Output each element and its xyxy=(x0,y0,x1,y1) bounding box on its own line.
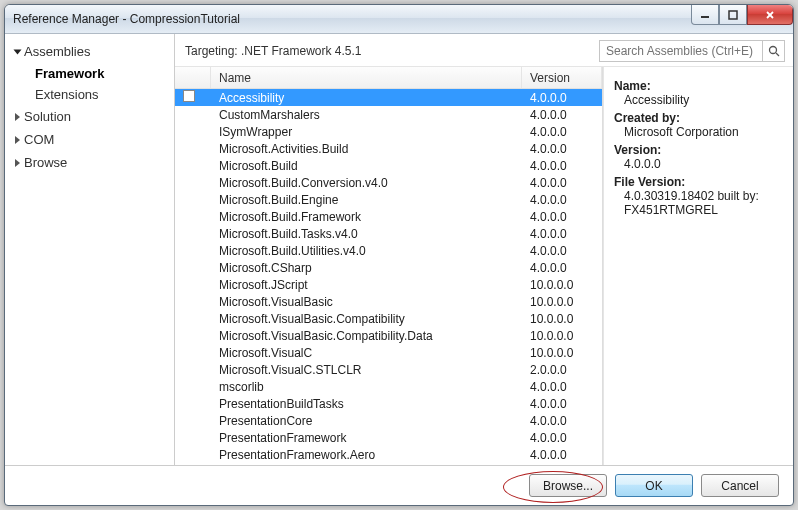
chevron-icon xyxy=(15,136,20,144)
row-name: Microsoft.VisualC.STLCLR xyxy=(211,363,522,377)
footer: Browse... OK Cancel xyxy=(5,465,793,505)
assembly-row[interactable]: Microsoft.Build.Framework4.0.0.0 xyxy=(175,208,602,225)
row-version: 4.0.0.0 xyxy=(522,125,602,139)
assembly-row[interactable]: Microsoft.Build.Utilities.v4.04.0.0.0 xyxy=(175,242,602,259)
list-detail-split: Name Version Accessibility4.0.0.0CustomM… xyxy=(175,67,793,465)
sidebar-section-assemblies[interactable]: Assemblies xyxy=(5,40,174,63)
chevron-icon xyxy=(14,49,22,54)
row-name: CustomMarshalers xyxy=(211,108,522,122)
column-name[interactable]: Name xyxy=(211,67,522,88)
assembly-row[interactable]: PresentationCore4.0.0.0 xyxy=(175,412,602,429)
assembly-row[interactable]: mscorlib4.0.0.0 xyxy=(175,378,602,395)
cancel-button[interactable]: Cancel xyxy=(701,474,779,497)
targeting-label: Targeting: .NET Framework 4.5.1 xyxy=(185,44,591,58)
svg-rect-1 xyxy=(729,11,737,19)
row-name: mscorlib xyxy=(211,380,522,394)
assembly-row[interactable]: PresentationFramework.Aero4.0.0.0 xyxy=(175,446,602,463)
search-box[interactable] xyxy=(599,40,785,62)
sidebar-item-extensions[interactable]: Extensions xyxy=(5,84,174,105)
row-checkbox-cell[interactable] xyxy=(175,90,211,105)
chevron-icon xyxy=(15,113,20,121)
row-name: Microsoft.Build.Utilities.v4.0 xyxy=(211,244,522,258)
row-name: Microsoft.VisualBasic.Compatibility.Data xyxy=(211,329,522,343)
row-name: Microsoft.VisualBasic.Compatibility xyxy=(211,312,522,326)
row-version: 4.0.0.0 xyxy=(522,108,602,122)
assembly-row[interactable]: Microsoft.VisualC10.0.0.0 xyxy=(175,344,602,361)
sidebar-section-label: Solution xyxy=(24,109,71,124)
assembly-row[interactable]: Microsoft.Build.Engine4.0.0.0 xyxy=(175,191,602,208)
titlebar[interactable]: Reference Manager - CompressionTutorial xyxy=(5,5,793,34)
row-version: 4.0.0.0 xyxy=(522,397,602,411)
row-version: 10.0.0.0 xyxy=(522,312,602,326)
sidebar-section-label: COM xyxy=(24,132,54,147)
row-version: 4.0.0.0 xyxy=(522,159,602,173)
sidebar-section-browse[interactable]: Browse xyxy=(5,151,174,174)
sidebar-section-com[interactable]: COM xyxy=(5,128,174,151)
row-version: 4.0.0.0 xyxy=(522,244,602,258)
ok-button[interactable]: OK xyxy=(615,474,693,497)
assembly-row[interactable]: Microsoft.VisualBasic10.0.0.0 xyxy=(175,293,602,310)
assembly-row[interactable]: Microsoft.VisualBasic.Compatibility.Data… xyxy=(175,327,602,344)
sidebar-item-framework[interactable]: Framework xyxy=(5,63,174,84)
assembly-row[interactable]: Accessibility4.0.0.0 xyxy=(175,89,602,106)
assembly-row[interactable]: Microsoft.Activities.Build4.0.0.0 xyxy=(175,140,602,157)
row-name: Microsoft.VisualBasic xyxy=(211,295,522,309)
dialog-body: AssembliesFrameworkExtensionsSolutionCOM… xyxy=(5,34,793,465)
row-name: Microsoft.JScript xyxy=(211,278,522,292)
assembly-row[interactable]: Microsoft.Build.Tasks.v4.04.0.0.0 xyxy=(175,225,602,242)
column-check[interactable] xyxy=(175,67,211,88)
assembly-list[interactable]: Name Version Accessibility4.0.0.0CustomM… xyxy=(175,67,603,465)
row-name: PresentationFramework xyxy=(211,431,522,445)
row-version: 4.0.0.0 xyxy=(522,227,602,241)
minimize-button[interactable] xyxy=(691,5,719,25)
assembly-row[interactable]: Microsoft.Build.Conversion.v4.04.0.0.0 xyxy=(175,174,602,191)
sidebar-section-label: Assemblies xyxy=(24,44,90,59)
close-button[interactable] xyxy=(747,5,793,25)
row-name: PresentationFramework.Aero xyxy=(211,448,522,462)
assembly-row[interactable]: Microsoft.VisualC.STLCLR2.0.0.0 xyxy=(175,361,602,378)
detail-name-label: Name: xyxy=(614,79,783,93)
sidebar: AssembliesFrameworkExtensionsSolutionCOM… xyxy=(5,34,175,465)
window-buttons xyxy=(691,5,793,25)
row-version: 2.0.0.0 xyxy=(522,363,602,377)
row-version: 4.0.0.0 xyxy=(522,210,602,224)
column-version[interactable]: Version xyxy=(522,67,602,88)
window-title: Reference Manager - CompressionTutorial xyxy=(13,12,691,26)
assembly-row[interactable]: CustomMarshalers4.0.0.0 xyxy=(175,106,602,123)
svg-point-4 xyxy=(769,47,776,54)
sidebar-section-solution[interactable]: Solution xyxy=(5,105,174,128)
sidebar-section-label: Browse xyxy=(24,155,67,170)
assembly-row[interactable]: PresentationBuildTasks4.0.0.0 xyxy=(175,395,602,412)
row-version: 4.0.0.0 xyxy=(522,142,602,156)
detail-created-label: Created by: xyxy=(614,111,783,125)
row-name: Microsoft.Build.Engine xyxy=(211,193,522,207)
search-input[interactable] xyxy=(600,44,762,58)
row-version: 4.0.0.0 xyxy=(522,176,602,190)
svg-line-5 xyxy=(776,53,779,56)
row-version: 4.0.0.0 xyxy=(522,261,602,275)
search-icon[interactable] xyxy=(762,41,784,61)
detail-filever-value: 4.0.30319.18402 built by: FX451RTMGREL xyxy=(614,189,783,217)
row-version: 4.0.0.0 xyxy=(522,91,602,105)
maximize-button[interactable] xyxy=(719,5,747,25)
row-name: Microsoft.VisualC xyxy=(211,346,522,360)
list-area: Name Version Accessibility4.0.0.0CustomM… xyxy=(175,67,603,465)
assembly-row[interactable]: ISymWrapper4.0.0.0 xyxy=(175,123,602,140)
browse-button[interactable]: Browse... xyxy=(529,474,607,497)
chevron-icon xyxy=(15,159,20,167)
row-version: 4.0.0.0 xyxy=(522,380,602,394)
checkbox-icon[interactable] xyxy=(183,90,195,102)
row-name: Microsoft.Activities.Build xyxy=(211,142,522,156)
row-version: 4.0.0.0 xyxy=(522,414,602,428)
content-area: Targeting: .NET Framework 4.5.1 Name Ver… xyxy=(175,34,793,465)
assembly-row[interactable]: Microsoft.CSharp4.0.0.0 xyxy=(175,259,602,276)
row-version: 4.0.0.0 xyxy=(522,431,602,445)
row-name: PresentationBuildTasks xyxy=(211,397,522,411)
assembly-row[interactable]: Microsoft.Build4.0.0.0 xyxy=(175,157,602,174)
row-name: ISymWrapper xyxy=(211,125,522,139)
assembly-row[interactable]: Microsoft.JScript10.0.0.0 xyxy=(175,276,602,293)
assembly-row[interactable]: Microsoft.VisualBasic.Compatibility10.0.… xyxy=(175,310,602,327)
row-name: Microsoft.Build.Framework xyxy=(211,210,522,224)
row-version: 4.0.0.0 xyxy=(522,193,602,207)
assembly-row[interactable]: PresentationFramework4.0.0.0 xyxy=(175,429,602,446)
